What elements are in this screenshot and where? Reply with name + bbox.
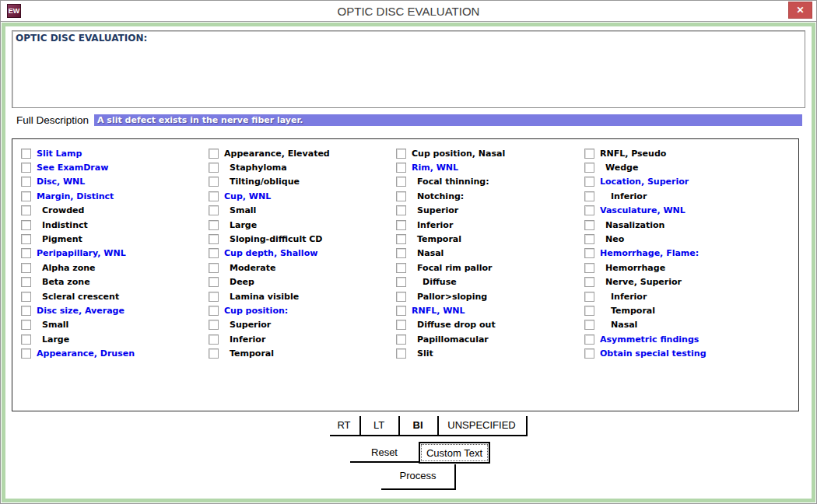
checkbox[interactable] xyxy=(584,334,594,345)
checkbox[interactable] xyxy=(396,220,406,230)
checkbox-item[interactable]: Notching: xyxy=(396,189,582,203)
checkbox-item[interactable]: Diffuse drop out xyxy=(396,318,582,332)
checkbox[interactable] xyxy=(21,248,31,258)
checkbox-item[interactable]: Small xyxy=(21,318,207,332)
checkbox[interactable] xyxy=(584,277,594,287)
checkbox-item[interactable]: Scleral crescent xyxy=(21,289,207,303)
checkbox[interactable] xyxy=(209,320,219,330)
checkbox[interactable] xyxy=(584,263,594,273)
checkbox[interactable] xyxy=(209,163,219,173)
checkbox-item[interactable]: Small xyxy=(209,204,394,218)
checkbox-item[interactable]: Cup, WNL xyxy=(209,189,394,203)
checkbox[interactable] xyxy=(209,334,219,345)
checkbox-item[interactable]: Appearance, Drusen xyxy=(21,346,207,360)
checkbox-item[interactable]: Vasculature, WNL xyxy=(584,204,770,218)
close-icon[interactable]: ✕ xyxy=(788,2,812,19)
checkbox[interactable] xyxy=(21,220,31,230)
checkbox[interactable] xyxy=(584,248,594,258)
checkbox-item[interactable]: Focal thinning: xyxy=(396,175,582,189)
checkbox[interactable] xyxy=(21,191,31,201)
checkbox-item[interactable]: Obtain special testing xyxy=(584,346,770,360)
checkbox[interactable] xyxy=(21,263,31,273)
checkbox-item[interactable]: Nasal xyxy=(396,247,582,261)
checkbox-item[interactable]: Slit Lamp xyxy=(21,146,207,160)
checkbox-item[interactable]: RNFL, Pseudo xyxy=(584,146,770,160)
checkbox[interactable] xyxy=(396,149,406,159)
checkbox[interactable] xyxy=(209,205,219,215)
checkbox[interactable] xyxy=(21,320,31,330)
checkbox[interactable] xyxy=(209,248,219,258)
checkbox-item[interactable]: Staphyloma xyxy=(209,160,394,174)
laterality-button-unspecified[interactable]: UNSPECIFIED xyxy=(439,416,528,436)
checkbox[interactable] xyxy=(209,292,219,302)
checkbox-item[interactable]: Sloping-difficult CD xyxy=(209,232,394,246)
checkbox-item[interactable]: Asymmetric findings xyxy=(584,332,770,346)
checkbox-item[interactable]: Pallor>sloping xyxy=(396,289,582,303)
checkbox[interactable] xyxy=(584,177,594,187)
checkbox[interactable] xyxy=(396,334,406,345)
checkbox-item[interactable]: Nasalization xyxy=(584,218,770,232)
checkbox-item[interactable]: Focal rim pallor xyxy=(396,261,582,275)
checkbox[interactable] xyxy=(396,277,406,287)
checkbox-item[interactable]: Cup position, Nasal xyxy=(396,146,582,160)
checkbox[interactable] xyxy=(396,177,406,187)
laterality-button-lt[interactable]: LT xyxy=(361,416,400,436)
checkbox-item[interactable]: Large xyxy=(21,332,207,346)
laterality-button-rt[interactable]: RT xyxy=(330,416,361,436)
checkbox-item[interactable]: Superior xyxy=(209,318,394,332)
checkbox-item[interactable]: Cup depth, Shallow xyxy=(209,247,394,261)
checkbox[interactable] xyxy=(21,149,31,159)
checkbox[interactable] xyxy=(21,292,31,302)
checkbox[interactable] xyxy=(396,320,406,330)
checkbox[interactable] xyxy=(209,348,219,359)
checkbox-item[interactable]: Wedge xyxy=(584,160,770,174)
checkbox-item[interactable]: Disc size, Average xyxy=(21,303,207,317)
checkbox[interactable] xyxy=(396,234,406,244)
checkbox-item[interactable]: Indistinct xyxy=(21,218,207,232)
checkbox-item[interactable]: Lamina visible xyxy=(209,289,394,303)
checkbox[interactable] xyxy=(209,149,219,159)
checkbox[interactable] xyxy=(584,220,594,230)
checkbox-item[interactable]: Margin, Distinct xyxy=(21,189,207,203)
checkbox[interactable] xyxy=(396,191,406,201)
checkbox[interactable] xyxy=(209,263,219,273)
checkbox-item[interactable]: Neo xyxy=(584,232,770,246)
checkbox[interactable] xyxy=(396,205,406,215)
checkbox-item[interactable]: Nerve, Superior xyxy=(584,275,770,289)
checkbox[interactable] xyxy=(584,348,594,359)
checkbox[interactable] xyxy=(209,306,219,316)
checkbox[interactable] xyxy=(584,205,594,215)
checkbox-item[interactable]: Inferior xyxy=(396,218,582,232)
process-button[interactable]: Process xyxy=(381,464,456,490)
checkbox[interactable] xyxy=(584,320,594,330)
checkbox[interactable] xyxy=(21,205,31,215)
checkbox-item[interactable]: Peripapillary, WNL xyxy=(21,247,207,261)
checkbox-item[interactable]: Superior xyxy=(396,204,582,218)
checkbox-item[interactable]: Hemorrhage xyxy=(584,261,770,275)
checkbox-item[interactable]: Tilting/oblique xyxy=(209,175,394,189)
checkbox-item[interactable]: Temporal xyxy=(396,232,582,246)
checkbox-item[interactable]: Cup position: xyxy=(209,303,394,317)
custom-text-button[interactable]: Custom Text xyxy=(419,442,490,464)
checkbox-item[interactable]: Pigment xyxy=(21,232,207,246)
checkbox[interactable] xyxy=(396,248,406,258)
checkbox-item[interactable]: Rim, WNL xyxy=(396,160,582,174)
checkbox[interactable] xyxy=(209,234,219,244)
checkbox[interactable] xyxy=(396,292,406,302)
full-description-field[interactable]: A slit defect exists in the nerve fiber … xyxy=(94,114,802,126)
reset-button[interactable]: Reset xyxy=(350,443,419,463)
checkbox[interactable] xyxy=(396,348,406,359)
checkbox-item[interactable]: Moderate xyxy=(209,261,394,275)
checkbox[interactable] xyxy=(209,177,219,187)
checkbox[interactable] xyxy=(584,149,594,159)
checkbox[interactable] xyxy=(584,234,594,244)
checkbox[interactable] xyxy=(21,163,31,173)
checkbox-item[interactable]: Crowded xyxy=(21,204,207,218)
checkbox-item[interactable]: Papillomacular xyxy=(396,332,582,346)
checkbox-item[interactable]: Location, Superior xyxy=(584,175,770,189)
checkbox-item[interactable]: Inferior xyxy=(209,332,394,346)
checkbox-item[interactable]: Disc, WNL xyxy=(21,175,207,189)
checkbox[interactable] xyxy=(584,191,594,201)
evaluation-text-area[interactable]: OPTIC DISC EVALUATION: xyxy=(12,30,805,108)
checkbox-item[interactable]: Temporal xyxy=(584,303,770,317)
